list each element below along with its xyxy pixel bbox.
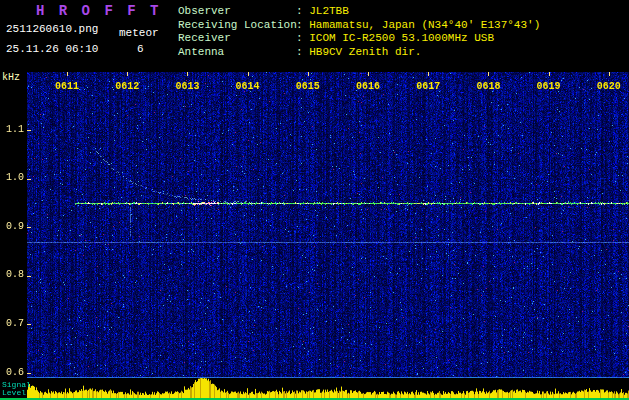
- x-tick-label: 0614: [234, 81, 262, 92]
- info-label: Receiver: [178, 32, 296, 44]
- info-label: Observer: [178, 5, 296, 17]
- info-row-antenna: Antenna: HB9CV Zenith dir.: [178, 46, 628, 60]
- x-tick-label: 0617: [414, 81, 442, 92]
- level-strip-canvas: [27, 378, 629, 398]
- x-tick-label: 0611: [53, 81, 81, 92]
- y-tick-label: 0.6: [4, 367, 24, 378]
- hrofft-image: H R O F F T 2511260610.png meteor 25.11.…: [0, 0, 629, 400]
- info-label: Antenna: [178, 46, 296, 58]
- level-strip-label: Signal Level: [2, 381, 31, 397]
- app-title: H R O F F T: [36, 3, 161, 19]
- y-tick-label: 0.7: [4, 318, 24, 329]
- info-value: ICOM IC-R2500 53.1000MHz USB: [309, 32, 494, 44]
- y-tick-label: 0.8: [4, 269, 24, 280]
- info-value: HB9CV Zenith dir.: [309, 46, 421, 58]
- info-value: Hamamatsu, Japan (N34°40' E137°43'): [309, 19, 540, 31]
- x-tick-label: 0616: [354, 81, 382, 92]
- info-label: Receiving Location: [178, 19, 296, 31]
- x-tick-label: 0618: [474, 81, 502, 92]
- info-separator: :: [296, 19, 309, 31]
- observation-datetime: 25.11.26 06:10: [6, 43, 98, 55]
- x-tick-label: 0620: [595, 81, 623, 92]
- filename: 2511260610.png: [6, 23, 98, 35]
- spectrogram-canvas: [27, 72, 629, 378]
- level-strip-label-line2: Level: [2, 389, 31, 397]
- info-row-location: Receiving Location: Hamamatsu, Japan (N3…: [178, 19, 628, 33]
- info-row-observer: Observer: JL2TBB: [178, 5, 628, 19]
- station-info: Observer: JL2TBB Receiving Location: Ham…: [178, 5, 628, 60]
- info-separator: :: [296, 5, 309, 17]
- y-tick-label: 0.9: [4, 221, 24, 232]
- info-row-receiver: Receiver: ICOM IC-R2500 53.1000MHz USB: [178, 32, 628, 46]
- echo-count: 6: [137, 43, 144, 55]
- y-tick-label: 1.1: [4, 124, 24, 135]
- y-axis-unit-label: kHz: [2, 72, 20, 83]
- info-value: JL2TBB: [309, 5, 349, 17]
- y-tick-label: 1.0: [4, 172, 24, 183]
- observation-type-label: meteor: [119, 27, 159, 39]
- info-separator: :: [296, 46, 309, 58]
- x-tick-label: 0615: [294, 81, 322, 92]
- info-separator: :: [296, 32, 309, 44]
- x-tick-label: 0613: [173, 81, 201, 92]
- x-tick-label: 0612: [113, 81, 141, 92]
- x-tick-label: 0619: [535, 81, 563, 92]
